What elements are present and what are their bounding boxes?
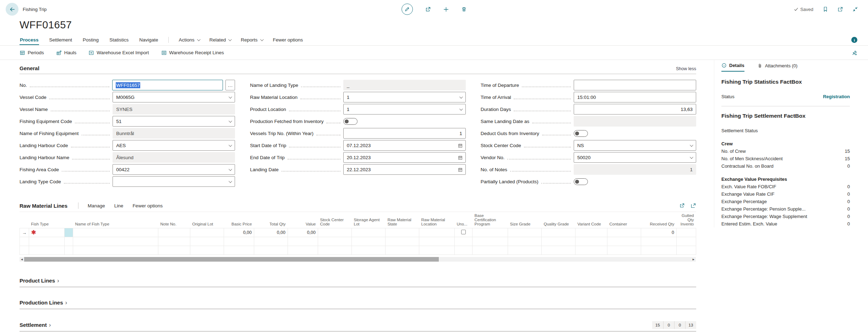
unsorted-checkbox[interactable]: [461, 230, 466, 234]
partially-landed-toggle[interactable]: [574, 178, 588, 185]
col-gutted-qty[interactable]: Gutted Qty Invento: [677, 212, 696, 228]
chevron-down-icon[interactable]: [690, 155, 693, 159]
new-button[interactable]: [443, 6, 449, 12]
col-variant-code[interactable]: Variant Code: [575, 212, 607, 228]
field-raw-material-location-input[interactable]: 1: [343, 92, 466, 102]
ribbon-tab-statistics[interactable]: Statistics: [109, 35, 129, 45]
open-in-window-button[interactable]: [837, 6, 843, 12]
field-vessel-code-input[interactable]: M0065G: [113, 92, 235, 102]
chevron-down-icon[interactable]: [229, 119, 232, 123]
field-start-date-of-trip-input[interactable]: 07.12.2023: [343, 140, 466, 151]
back-button[interactable]: [6, 3, 18, 16]
col-quality-grade[interactable]: Quality Grade: [542, 212, 575, 228]
col-original-lot[interactable]: Original Lot: [190, 212, 224, 228]
field-no-input[interactable]: WFF01657: [112, 80, 223, 90]
col-name-of-fish-type[interactable]: Name of Fish Type: [73, 212, 158, 228]
field-landing-date-input[interactable]: 22.12.2023: [343, 164, 466, 175]
col-value[interactable]: Value: [288, 212, 318, 228]
field-product-location-input[interactable]: 1: [343, 104, 466, 115]
field-time-of-arrival-input[interactable]: 15:01:00: [574, 92, 696, 102]
field-no-assist-button[interactable]: ...: [225, 80, 235, 90]
collapse-button[interactable]: [852, 6, 858, 12]
toolbar-periods[interactable]: Periods: [20, 50, 44, 56]
calendar-icon[interactable]: [458, 143, 463, 148]
table-row[interactable]: → ✱ 0,00 0,00 0,00 0: [20, 228, 696, 237]
expand-grid-icon[interactable]: [690, 203, 696, 208]
field-fishing-equipment-code-input[interactable]: 51: [113, 116, 235, 127]
ribbon-tab-settlement[interactable]: Settlement: [49, 35, 73, 45]
deduct-guts-toggle[interactable]: [574, 130, 588, 137]
production-fetched-toggle[interactable]: [343, 118, 357, 125]
fewer-options-button[interactable]: Fewer options: [273, 35, 304, 45]
col-container[interactable]: Container: [607, 212, 641, 228]
production-lines-heading[interactable]: Production Lines: [20, 300, 63, 306]
field-stock-center-code-input[interactable]: NS: [574, 140, 696, 151]
ribbon-menu-related[interactable]: Related: [209, 37, 231, 43]
col-fish-type[interactable]: Fish Type: [29, 212, 65, 228]
share-icon[interactable]: [679, 203, 685, 208]
calendar-icon[interactable]: [458, 167, 463, 172]
col-stock-center-code[interactable]: Stock Center Code: [318, 212, 352, 228]
chevron-down-icon[interactable]: [229, 143, 232, 147]
table-row[interactable]: [20, 246, 696, 255]
chevron-down-icon[interactable]: [690, 143, 693, 147]
tab-attachments[interactable]: Attachments (0): [757, 63, 798, 72]
cell-value[interactable]: 0,00: [288, 228, 318, 237]
col-basic-price[interactable]: Basic Price: [224, 212, 254, 228]
bookmark-button[interactable]: [823, 6, 828, 12]
selected-cell[interactable]: [65, 228, 73, 237]
ribbon-menu-actions[interactable]: Actions: [179, 37, 199, 43]
field-end-date-of-trip-input[interactable]: 20.12.2023: [343, 152, 466, 163]
production-lines-section[interactable]: Production Lines›: [20, 299, 696, 309]
chevron-down-icon[interactable]: [229, 167, 232, 171]
settlement-section[interactable]: Settlement› 15 0 0 13: [20, 321, 696, 331]
product-lines-section[interactable]: Product Lines›: [20, 277, 696, 287]
scroll-left-icon[interactable]: ◀: [20, 257, 24, 262]
calendar-icon[interactable]: [458, 155, 463, 160]
show-less-link[interactable]: Show less: [676, 66, 696, 71]
rml-menu-line[interactable]: Line: [114, 203, 124, 208]
col-note-no[interactable]: Note No.: [158, 212, 190, 228]
ribbon-tab-process[interactable]: Process: [20, 35, 39, 45]
col-total-qty[interactable]: Total Qty: [254, 212, 288, 228]
product-lines-heading[interactable]: Product Lines: [20, 278, 55, 284]
scroll-right-icon[interactable]: ▶: [691, 257, 696, 262]
cell-received-qty[interactable]: 0: [641, 228, 677, 237]
field-landing-type-code-input[interactable]: [113, 176, 235, 187]
col-size-grade[interactable]: Size Grade: [508, 212, 542, 228]
share-button[interactable]: [425, 6, 431, 12]
col-storage-agent-lot[interactable]: Storage Agent Lot: [352, 212, 386, 228]
table-row[interactable]: [20, 237, 696, 246]
chevron-down-icon[interactable]: [229, 95, 232, 99]
toolbar-warehouse-excel-import[interactable]: Warehouse Excel Import: [88, 50, 149, 56]
field-landing-harbour-code-input[interactable]: AES: [113, 140, 235, 151]
ribbon-menu-reports[interactable]: Reports: [241, 37, 262, 43]
scrollbar-thumb[interactable]: [24, 257, 439, 262]
cell-total-qty[interactable]: 0,00: [254, 228, 288, 237]
chevron-down-icon[interactable]: [459, 107, 463, 111]
cell-basic-price[interactable]: 0,00: [224, 228, 254, 237]
ribbon-tab-posting[interactable]: Posting: [82, 35, 99, 45]
col-unsorted[interactable]: Uns...: [455, 212, 473, 228]
toolbar-warehouse-receipt-lines[interactable]: Warehouse Receipt Lines: [161, 50, 224, 56]
chevron-down-icon[interactable]: [459, 95, 463, 99]
unpin-icon[interactable]: [852, 50, 857, 56]
ribbon-tab-navigate[interactable]: Navigate: [139, 35, 158, 45]
col-raw-material-state[interactable]: Raw Material State: [386, 212, 419, 228]
general-heading[interactable]: General: [20, 65, 39, 71]
delete-button[interactable]: [461, 6, 467, 12]
status-value-link[interactable]: Registration: [823, 94, 850, 99]
tab-details[interactable]: Details: [721, 63, 744, 72]
horizontal-scrollbar[interactable]: ◀ ▶: [20, 257, 696, 262]
toolbar-hauls[interactable]: Hauls: [56, 50, 77, 56]
field-vessels-trip-no-input[interactable]: 1: [343, 128, 466, 139]
chevron-down-icon[interactable]: [229, 179, 232, 183]
col-received-qty[interactable]: Received Qty: [641, 212, 677, 228]
rml-menu-manage[interactable]: Manage: [88, 203, 105, 208]
settlement-heading[interactable]: Settlement: [20, 322, 47, 328]
field-vendor-no-input[interactable]: 50020: [574, 152, 696, 163]
raw-material-lines-heading[interactable]: Raw Material Lines: [20, 203, 67, 209]
rml-menu-fewer-options[interactable]: Fewer options: [132, 203, 163, 208]
edit-button[interactable]: [402, 4, 413, 15]
info-icon[interactable]: i: [851, 37, 857, 43]
